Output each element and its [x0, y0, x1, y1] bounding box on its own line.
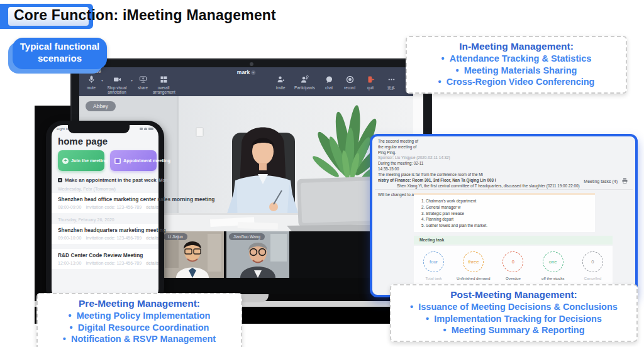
invite-button[interactable]: invite [274, 75, 287, 90]
more-dots-icon [387, 75, 396, 84]
brand-dot-icon: + [251, 70, 255, 75]
meeting-summary-window: The second meeting of the regular meetin… [370, 134, 638, 297]
app-logo-icon [83, 69, 88, 74]
meeting-time: 09:00-10:00 [58, 236, 81, 240]
post-meeting-item: Implementation Tracking for Decisions [396, 313, 631, 325]
badge-line-2: scenarios [13, 53, 107, 65]
task-item: 3. Strategic plan release [421, 211, 587, 217]
meeting-timer: 01:09 [83, 69, 101, 74]
task-item: 2. General manager w [421, 204, 587, 211]
meeting-toolbar: 01:09 mark + mute ▾ Stop visual annotati… [79, 67, 413, 96]
signal-icon [140, 128, 143, 130]
task-statistics: four Total task three Unfinished demand … [414, 246, 613, 290]
record-button[interactable]: record [343, 75, 357, 90]
pre-meeting-item: Digital Resource Coordination [43, 322, 236, 334]
task-item: 5. Gather towels and plan the market. [421, 223, 587, 229]
task-list-card: 1. Chairman's work department 2. General… [414, 193, 595, 232]
invitation-code: Invitation code: 123-456-789 [86, 261, 142, 265]
post-meeting-title: Post-Meeting Management: [396, 289, 631, 300]
camera-icon [113, 75, 121, 84]
details-link[interactable]: details [146, 236, 158, 240]
pre-meeting-callout: Pre-Meeting Management: Meeting Policy I… [36, 293, 242, 347]
stop-visual-annotation-button[interactable]: Stop visual annotation [106, 75, 128, 94]
laptop-webcam-dot [250, 62, 253, 66]
speaker-name-tag: Abbey [86, 101, 116, 111]
invitation-code: Invitation code: 123-456-789 [86, 205, 142, 209]
join-meeting-button[interactable]: + Join the meeting [58, 150, 104, 171]
appointments-section-title: Make an appointment in the past week [65, 177, 157, 183]
quit-exit-icon [367, 75, 375, 84]
phone-page-title: home page [52, 131, 158, 150]
quit-button[interactable]: quit [364, 75, 377, 90]
overall-arrangement-button[interactable]: overall arrangement [153, 75, 174, 94]
meeting-time: 08:00-09:00 [58, 205, 81, 209]
phone-notch [68, 125, 130, 133]
participants-icon [301, 75, 309, 84]
wifi-icon [144, 128, 147, 130]
pre-meeting-item: Meeting Policy Implementation [43, 310, 236, 322]
battery-icon [148, 128, 153, 130]
appointment-meeting-button[interactable]: ▦ Appointment meeting [110, 150, 157, 171]
participant-name-tag: Li Jiajun [164, 233, 187, 240]
post-meeting-item: Meeting Summary & Reporting [396, 324, 631, 336]
video-appointment-icon [58, 178, 62, 182]
phone-status-icons [140, 128, 153, 130]
brand-logo: mark + [237, 69, 255, 75]
participants-button[interactable]: Participants [294, 75, 315, 90]
task-item: 4. Planning depart [421, 216, 587, 223]
in-meeting-item: Cross-Region Video Conferencing [412, 76, 621, 88]
record-icon [346, 75, 354, 84]
pre-meeting-title: Pre-Meeting Management: [43, 297, 236, 309]
phone-mockup: eight to five p home page + Join the mee… [46, 121, 164, 305]
participant-name-tag: JianGuo Wang [229, 233, 265, 240]
details-link[interactable]: details [146, 261, 158, 265]
pre-meeting-item: Notification & RSVP Management [43, 333, 236, 345]
in-meeting-callout: In-Meeting Management: Attendance Tracki… [406, 36, 627, 94]
invitation-code: Invitation code: 123-456-789 [86, 236, 142, 240]
meeting-list-item[interactable]: Shenzhen head office marketing center sa… [52, 193, 158, 213]
grid-layout-icon [160, 75, 168, 84]
invite-person-icon [277, 75, 285, 84]
calendar-icon: ▦ [114, 158, 121, 164]
day-header: Wednesday, Febr (Tomorrow) [52, 184, 158, 192]
meeting-time: 12:00-13:00 [58, 261, 81, 265]
page-title: Core Function: iMeeting Management [14, 7, 276, 24]
more-button[interactable]: 更多 [384, 75, 398, 90]
meeting-list-item[interactable]: Shenzhen headquarters marketing meeting … [52, 224, 158, 244]
meeting-task-section-header: Meeting task [414, 236, 613, 245]
more-link[interactable]: More. [159, 178, 170, 182]
typical-scenarios-badge: Typical functional scenarios [13, 38, 107, 69]
share-screen-icon [139, 75, 147, 84]
in-meeting-item: Meeting Materials Sharing [412, 65, 621, 77]
participant-video-3[interactable]: JianGuo Wang [226, 231, 289, 278]
post-meeting-item: Issuance of Meeting Decisions & Conclusi… [396, 301, 631, 313]
divider [375, 189, 633, 190]
badge-line-1: Typical functional [13, 41, 107, 53]
in-meeting-title: In-Meeting Management: [412, 40, 621, 52]
post-meeting-callout: Post-Meeting Management: Issuance of Mee… [390, 284, 638, 342]
share-button[interactable]: share [136, 75, 150, 90]
day-header: Thursday, February 26, 2020 [52, 215, 158, 223]
slide: Core Function: iMeeting Management Typic… [0, 0, 644, 347]
printer-icon[interactable] [622, 178, 628, 184]
chat-bubble-icon [325, 75, 333, 84]
camera-dropdown-caret[interactable]: ▾ [131, 78, 133, 82]
plus-circle-icon: + [62, 158, 69, 164]
mic-icon [87, 75, 96, 84]
in-meeting-item: Attendance Tracking & Statistics [412, 53, 621, 65]
mute-button[interactable]: mute [84, 75, 98, 90]
participant-video-2[interactable]: Li Jiajun [161, 231, 224, 278]
chat-button[interactable]: chat [322, 75, 336, 90]
phone-screen: eight to five p home page + Join the mee… [52, 125, 158, 300]
task-item: 1. Chairman's work department [421, 198, 587, 204]
details-link[interactable]: details [146, 205, 158, 209]
meeting-list-item[interactable]: R&D Center Code Review Meeting 12:00-13:… [52, 249, 158, 269]
mute-dropdown-caret[interactable]: ▾ [101, 78, 103, 82]
meeting-tasks-label[interactable]: Meeting tasks (4) [584, 179, 618, 184]
